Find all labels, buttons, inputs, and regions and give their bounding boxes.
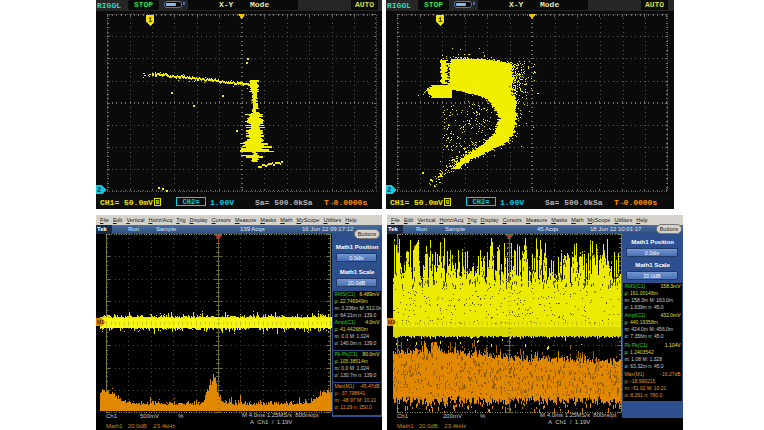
svg-text:M1: M1 — [97, 319, 104, 325]
svg-text:2: 2 — [97, 186, 101, 194]
svg-text:1: 1 — [148, 16, 152, 24]
svg-text:2: 2 — [387, 186, 391, 194]
svg-text:1: 1 — [438, 16, 442, 24]
svg-text:M1: M1 — [388, 319, 395, 325]
